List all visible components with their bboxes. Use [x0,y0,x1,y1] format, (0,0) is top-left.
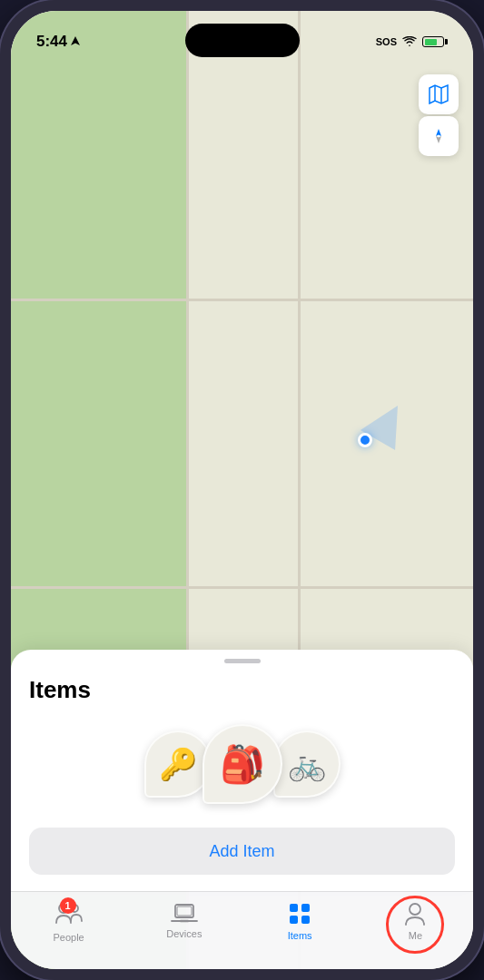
bicycle-bubble: 🚲 [273,730,341,798]
tab-items-label: Items [288,930,312,941]
battery-indicator [422,36,448,47]
item-bicycle-pin[interactable]: 🚲 [273,730,341,798]
phone-screen: 5:44 SOS [11,11,473,969]
location-recenter-button[interactable] [419,116,459,156]
tab-devices[interactable]: Devices [126,901,242,939]
clock: 5:44 [36,33,67,51]
tab-me-label: Me [409,930,422,941]
map-controls [419,74,459,156]
tab-people[interactable]: 1 People [11,901,126,943]
map-road [11,299,473,301]
sheet-title: Items [29,676,455,704]
tab-me[interactable]: Me [358,901,473,941]
map-view-toggle[interactable] [419,74,459,114]
tab-people-label: People [53,932,84,943]
svg-rect-6 [290,916,298,924]
tab-devices-label: Devices [166,928,202,939]
backpack-bubble: 🎒 [202,724,282,804]
sos-label: SOS [376,36,397,47]
add-item-button[interactable]: Add Item [29,828,455,875]
bottom-sheet: Items 🔑 🎒 🚲 Add Item [11,650,473,891]
item-backpack-pin[interactable]: 🎒 [212,724,273,804]
location-arrow-icon [71,36,80,47]
compass-icon [430,127,448,145]
svg-rect-7 [301,916,310,924]
people-badge: 1 [60,897,76,914]
svg-rect-3 [177,906,192,916]
dynamic-island [185,24,300,57]
me-person-icon [402,901,428,926]
devices-icon [170,901,199,925]
tab-items[interactable]: Items [242,901,358,941]
items-icon [287,901,312,926]
wifi-icon [402,36,417,47]
items-cluster: 🔑 🎒 🚲 [29,719,455,809]
sheet-handle [224,659,261,663]
item-keys-pin[interactable]: 🔑 [144,730,212,798]
map-road [11,586,473,589]
status-time: 5:44 [36,33,80,51]
keys-bubble: 🔑 [144,730,212,798]
location-dot [358,433,372,447]
svg-rect-5 [301,904,310,912]
tab-bar: 1 People Devices [11,891,473,969]
status-icons: SOS [376,36,448,47]
svg-point-8 [410,904,420,915]
map-icon [429,84,449,104]
people-icon-wrapper: 1 [54,901,84,928]
phone-frame: 5:44 SOS [0,0,484,980]
svg-rect-4 [290,904,298,912]
